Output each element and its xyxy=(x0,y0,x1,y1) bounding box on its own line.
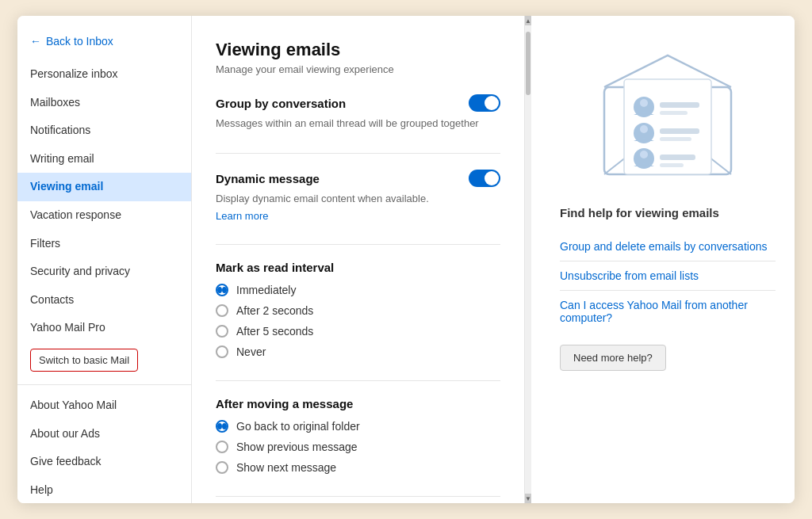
svg-rect-10 xyxy=(660,128,699,134)
radio-go-back[interactable]: Go back to original folder xyxy=(216,420,500,433)
after-moving-title: After moving a message xyxy=(216,397,500,410)
radio-go-back-label: Go back to original folder xyxy=(236,420,360,433)
sidebar-item-vacation-response[interactable]: Vacation response xyxy=(17,201,191,230)
back-to-inbox-button[interactable]: ← Back to Inbox xyxy=(17,29,191,54)
svg-rect-6 xyxy=(660,102,699,108)
sidebar-item-mailboxes[interactable]: Mailboxes xyxy=(17,89,191,117)
dynamic-message-desc: Display dynamic email content when avail… xyxy=(216,192,500,206)
svg-point-13 xyxy=(640,151,648,158)
settings-title: Viewing emails xyxy=(216,40,500,60)
main-scroll-track[interactable]: ▲ ▼ xyxy=(525,16,531,503)
radio-never[interactable]: Never xyxy=(216,345,500,358)
settings-subtitle: Manage your email viewing experience xyxy=(216,63,500,75)
need-help-button[interactable]: Need more help? xyxy=(560,345,666,371)
main-scroll-thumb[interactable] xyxy=(526,32,530,95)
sidebar-item-yahoo-mail-pro[interactable]: Yahoo Mail Pro xyxy=(17,314,191,342)
divider-2 xyxy=(216,244,500,245)
switch-to-basic-mail-button[interactable]: Switch to basic Mail xyxy=(30,349,138,372)
sidebar-item-personalize-inbox[interactable]: Personalize inbox xyxy=(17,60,191,89)
divider-3 xyxy=(216,380,500,381)
sidebar-item-writing-email[interactable]: Writing email xyxy=(17,145,191,174)
svg-rect-15 xyxy=(660,163,684,167)
after-moving-options: Go back to original folder Show previous… xyxy=(216,420,500,474)
sidebar-misc-help[interactable]: Help xyxy=(17,476,191,503)
group-by-conversation-label: Group by conversation xyxy=(216,97,346,110)
dynamic-message-section: Dynamic message Display dynamic email co… xyxy=(216,170,500,222)
radio-after-2[interactable]: After 2 seconds xyxy=(216,304,500,317)
radio-show-prev-label: Show previous message xyxy=(236,441,358,453)
radio-after-5[interactable]: After 5 seconds xyxy=(216,325,500,338)
radio-never-circle xyxy=(216,345,228,358)
sidebar-misc-links: About Yahoo MailAbout our AdsGive feedba… xyxy=(17,378,191,503)
sidebar-misc-about-our-ads[interactable]: About our Ads xyxy=(17,420,191,448)
mark-as-read-title: Mark as read interval xyxy=(216,261,500,274)
sidebar-switch-section: Switch to basic Mail xyxy=(17,342,191,378)
group-by-conversation-desc: Messages within an email thread will be … xyxy=(216,116,500,131)
after-moving-section: After moving a message Go back to origin… xyxy=(216,397,500,474)
sidebar: ← Back to Inbox Personalize inboxMailbox… xyxy=(17,16,192,503)
svg-rect-7 xyxy=(660,111,688,115)
divider-4 xyxy=(216,496,500,497)
radio-after-2-label: After 2 seconds xyxy=(236,304,313,317)
sidebar-item-notifications[interactable]: Notifications xyxy=(17,116,191,145)
radio-never-label: Never xyxy=(236,345,266,358)
svg-point-5 xyxy=(640,99,648,107)
app-container: ← Back to Inbox Personalize inboxMailbox… xyxy=(17,16,795,503)
sidebar-item-filters[interactable]: Filters xyxy=(17,230,191,258)
radio-show-next-label: Show next message xyxy=(236,461,336,474)
radio-after-5-circle xyxy=(216,325,228,338)
sidebar-misc-give-feedback[interactable]: Give feedback xyxy=(17,448,191,476)
sidebar-misc-about-yahoo-mail[interactable]: About Yahoo Mail xyxy=(17,391,191,420)
sidebar-divider xyxy=(17,384,191,385)
svg-rect-14 xyxy=(660,155,695,160)
right-panel: Find help for viewing emails Group and d… xyxy=(541,16,795,503)
group-by-conversation-toggle[interactable] xyxy=(469,94,500,112)
settings-scroll-wrapper: Viewing emails Manage your email viewing… xyxy=(192,16,541,503)
dynamic-message-label: Dynamic message xyxy=(216,172,320,185)
radio-immediately-circle xyxy=(216,284,228,296)
dynamic-message-toggle[interactable] xyxy=(469,170,500,187)
sidebar-nav: Personalize inboxMailboxesNotificationsW… xyxy=(17,60,191,342)
radio-immediately-label: Immediately xyxy=(236,284,296,296)
settings-panel: Viewing emails Manage your email viewing… xyxy=(192,16,525,503)
svg-rect-11 xyxy=(660,137,691,141)
radio-after-2-circle xyxy=(216,304,228,317)
radio-go-back-circle xyxy=(216,420,228,433)
email-illustration xyxy=(588,40,747,182)
help-section-title: Find help for viewing emails xyxy=(560,206,776,219)
learn-more-link[interactable]: Learn more xyxy=(216,210,268,222)
sidebar-item-viewing-email[interactable]: Viewing email xyxy=(17,173,191,201)
scroll-up-arrow[interactable]: ▲ xyxy=(525,16,531,25)
radio-show-prev-circle xyxy=(216,441,228,453)
help-link-unsubscribe[interactable]: Unsubscribe from email lists xyxy=(560,261,776,291)
sidebar-item-security-privacy[interactable]: Security and privacy xyxy=(17,258,191,286)
mark-as-read-section: Mark as read interval Immediately After … xyxy=(216,261,500,358)
mark-as-read-options: Immediately After 2 seconds After 5 seco… xyxy=(216,284,500,358)
main-content: Viewing emails Manage your email viewing… xyxy=(192,16,795,503)
scroll-down-arrow[interactable]: ▼ xyxy=(525,494,531,503)
sidebar-item-contacts[interactable]: Contacts xyxy=(17,286,191,315)
radio-immediately[interactable]: Immediately xyxy=(216,284,500,296)
radio-show-next[interactable]: Show next message xyxy=(216,461,500,474)
help-link-group-delete[interactable]: Group and delete emails by conversations xyxy=(560,232,776,261)
divider-1 xyxy=(216,153,500,154)
back-to-inbox-label: Back to Inbox xyxy=(46,35,113,48)
back-arrow-icon: ← xyxy=(30,35,41,48)
help-link-access-another[interactable]: Can I access Yahoo Mail from another com… xyxy=(560,291,776,332)
radio-after-5-label: After 5 seconds xyxy=(236,325,313,338)
radio-show-next-circle xyxy=(216,461,228,474)
svg-point-9 xyxy=(640,125,648,133)
radio-show-prev[interactable]: Show previous message xyxy=(216,441,500,453)
group-by-conversation-section: Group by conversation Messages within an… xyxy=(216,94,500,131)
